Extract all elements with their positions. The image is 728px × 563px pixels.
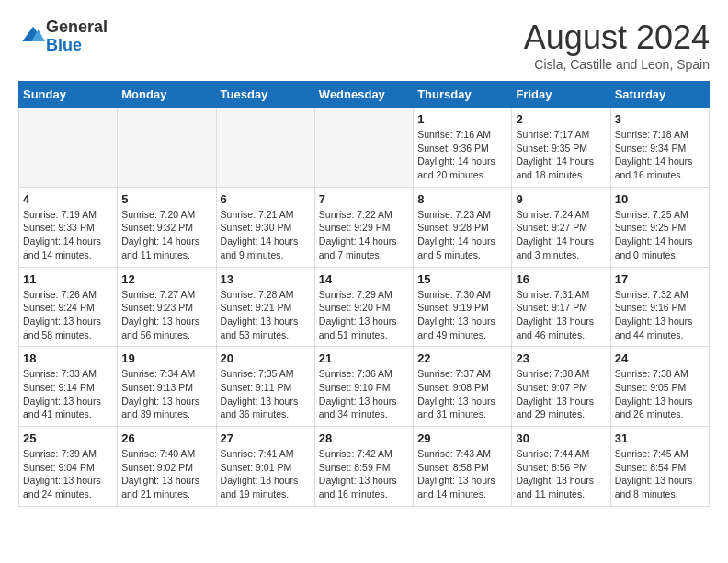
day-info: Sunrise: 7:41 AM Sunset: 9:01 PM Dayligh… (221, 447, 311, 501)
calendar-cell: 15Sunrise: 7:30 AM Sunset: 9:19 PM Dayli… (414, 267, 512, 347)
day-info: Sunrise: 7:16 AM Sunset: 9:36 PM Dayligh… (417, 128, 507, 182)
week-row-3: 11Sunrise: 7:26 AM Sunset: 9:24 PM Dayli… (19, 267, 710, 347)
week-row-4: 18Sunrise: 7:33 AM Sunset: 9:14 PM Dayli… (19, 347, 710, 427)
calendar-cell: 6Sunrise: 7:21 AM Sunset: 9:30 PM Daylig… (216, 187, 314, 267)
day-info: Sunrise: 7:29 AM Sunset: 9:20 PM Dayligh… (319, 288, 409, 342)
calendar-cell (118, 108, 216, 188)
day-info: Sunrise: 7:27 AM Sunset: 9:23 PM Dayligh… (121, 288, 211, 342)
day-number: 24 (615, 351, 705, 365)
day-info: Sunrise: 7:17 AM Sunset: 9:35 PM Dayligh… (516, 128, 606, 182)
calendar-cell: 21Sunrise: 7:36 AM Sunset: 9:10 PM Dayli… (314, 347, 413, 427)
day-number: 7 (319, 192, 409, 206)
day-info: Sunrise: 7:39 AM Sunset: 9:04 PM Dayligh… (23, 447, 113, 501)
day-info: Sunrise: 7:43 AM Sunset: 8:58 PM Dayligh… (417, 447, 507, 501)
logo-text: General Blue (46, 18, 108, 55)
day-info: Sunrise: 7:34 AM Sunset: 9:13 PM Dayligh… (121, 367, 211, 421)
day-number: 21 (319, 351, 409, 365)
logo: General Blue (18, 18, 108, 55)
day-number: 26 (121, 431, 211, 445)
day-number: 1 (417, 112, 507, 126)
calendar-cell: 19Sunrise: 7:34 AM Sunset: 9:13 PM Dayli… (118, 347, 216, 427)
calendar-cell: 7Sunrise: 7:22 AM Sunset: 9:29 PM Daylig… (314, 187, 413, 267)
logo-icon (20, 22, 46, 48)
calendar-cell: 9Sunrise: 7:24 AM Sunset: 9:27 PM Daylig… (512, 187, 610, 267)
days-header-row: SundayMondayTuesdayWednesdayThursdayFrid… (19, 82, 710, 108)
calendar-cell: 8Sunrise: 7:23 AM Sunset: 9:28 PM Daylig… (414, 187, 512, 267)
day-number: 28 (319, 431, 409, 445)
day-number: 9 (516, 192, 606, 206)
day-info: Sunrise: 7:33 AM Sunset: 9:14 PM Dayligh… (23, 367, 113, 421)
day-number: 6 (221, 192, 311, 206)
day-number: 15 (417, 272, 507, 286)
day-number: 30 (516, 431, 606, 445)
calendar-cell: 10Sunrise: 7:25 AM Sunset: 9:25 PM Dayli… (610, 187, 709, 267)
week-row-2: 4Sunrise: 7:19 AM Sunset: 9:33 PM Daylig… (19, 187, 710, 267)
day-number: 2 (516, 112, 606, 126)
calendar-cell: 26Sunrise: 7:40 AM Sunset: 9:02 PM Dayli… (118, 427, 216, 507)
calendar-cell: 16Sunrise: 7:31 AM Sunset: 9:17 PM Dayli… (512, 267, 610, 347)
day-number: 29 (417, 431, 507, 445)
day-info: Sunrise: 7:37 AM Sunset: 9:08 PM Dayligh… (417, 367, 507, 421)
day-info: Sunrise: 7:35 AM Sunset: 9:11 PM Dayligh… (221, 367, 311, 421)
day-header-sunday: Sunday (19, 82, 118, 108)
day-info: Sunrise: 7:26 AM Sunset: 9:24 PM Dayligh… (23, 288, 113, 342)
day-header-friday: Friday (512, 82, 610, 108)
calendar-cell: 29Sunrise: 7:43 AM Sunset: 8:58 PM Dayli… (414, 427, 512, 507)
week-row-1: 1Sunrise: 7:16 AM Sunset: 9:36 PM Daylig… (19, 108, 710, 188)
day-info: Sunrise: 7:30 AM Sunset: 9:19 PM Dayligh… (417, 288, 507, 342)
calendar-cell: 5Sunrise: 7:20 AM Sunset: 9:32 PM Daylig… (118, 187, 216, 267)
calendar-table: SundayMondayTuesdayWednesdayThursdayFrid… (18, 81, 710, 507)
day-number: 13 (221, 272, 311, 286)
calendar-cell: 14Sunrise: 7:29 AM Sunset: 9:20 PM Dayli… (314, 267, 413, 347)
day-number: 23 (516, 351, 606, 365)
day-info: Sunrise: 7:38 AM Sunset: 9:05 PM Dayligh… (615, 367, 705, 421)
day-number: 14 (319, 272, 409, 286)
day-number: 20 (221, 351, 311, 365)
calendar-cell: 27Sunrise: 7:41 AM Sunset: 9:01 PM Dayli… (216, 427, 314, 507)
logo-general: General (46, 17, 108, 36)
day-header-tuesday: Tuesday (216, 82, 314, 108)
day-number: 8 (417, 192, 507, 206)
calendar-cell: 17Sunrise: 7:32 AM Sunset: 9:16 PM Dayli… (610, 267, 709, 347)
calendar-cell: 12Sunrise: 7:27 AM Sunset: 9:23 PM Dayli… (118, 267, 216, 347)
calendar-cell: 30Sunrise: 7:44 AM Sunset: 8:56 PM Dayli… (512, 427, 610, 507)
calendar-cell (314, 108, 413, 188)
day-number: 4 (23, 192, 113, 206)
calendar-cell: 31Sunrise: 7:45 AM Sunset: 8:54 PM Dayli… (610, 427, 709, 507)
day-info: Sunrise: 7:36 AM Sunset: 9:10 PM Dayligh… (319, 367, 409, 421)
calendar-cell: 11Sunrise: 7:26 AM Sunset: 9:24 PM Dayli… (19, 267, 118, 347)
day-number: 22 (417, 351, 507, 365)
day-info: Sunrise: 7:32 AM Sunset: 9:16 PM Dayligh… (615, 288, 705, 342)
day-info: Sunrise: 7:20 AM Sunset: 9:32 PM Dayligh… (121, 208, 211, 262)
day-header-saturday: Saturday (610, 82, 709, 108)
day-info: Sunrise: 7:42 AM Sunset: 8:59 PM Dayligh… (319, 447, 409, 501)
calendar-cell: 24Sunrise: 7:38 AM Sunset: 9:05 PM Dayli… (610, 347, 709, 427)
day-number: 11 (23, 272, 113, 286)
calendar-cell: 25Sunrise: 7:39 AM Sunset: 9:04 PM Dayli… (19, 427, 118, 507)
day-number: 5 (121, 192, 211, 206)
day-info: Sunrise: 7:38 AM Sunset: 9:07 PM Dayligh… (516, 367, 606, 421)
day-info: Sunrise: 7:31 AM Sunset: 9:17 PM Dayligh… (516, 288, 606, 342)
calendar-cell: 28Sunrise: 7:42 AM Sunset: 8:59 PM Dayli… (314, 427, 413, 507)
day-info: Sunrise: 7:18 AM Sunset: 9:34 PM Dayligh… (615, 128, 705, 182)
location-subtitle: Cisla, Castille and Leon, Spain (524, 57, 710, 72)
calendar-cell (216, 108, 314, 188)
day-header-thursday: Thursday (414, 82, 512, 108)
calendar-cell: 1Sunrise: 7:16 AM Sunset: 9:36 PM Daylig… (414, 108, 512, 188)
calendar-cell: 13Sunrise: 7:28 AM Sunset: 9:21 PM Dayli… (216, 267, 314, 347)
calendar-cell: 20Sunrise: 7:35 AM Sunset: 9:11 PM Dayli… (216, 347, 314, 427)
title-area: August 2024 Cisla, Castille and Leon, Sp… (524, 18, 710, 72)
day-number: 31 (615, 431, 705, 445)
day-number: 3 (615, 112, 705, 126)
calendar-cell: 3Sunrise: 7:18 AM Sunset: 9:34 PM Daylig… (610, 108, 709, 188)
day-number: 12 (121, 272, 211, 286)
day-info: Sunrise: 7:24 AM Sunset: 9:27 PM Dayligh… (516, 208, 606, 262)
day-info: Sunrise: 7:22 AM Sunset: 9:29 PM Dayligh… (319, 208, 409, 262)
calendar-cell: 23Sunrise: 7:38 AM Sunset: 9:07 PM Dayli… (512, 347, 610, 427)
logo-blue: Blue (46, 36, 82, 54)
day-info: Sunrise: 7:28 AM Sunset: 9:21 PM Dayligh… (221, 288, 311, 342)
calendar-cell (19, 108, 118, 188)
calendar-cell: 2Sunrise: 7:17 AM Sunset: 9:35 PM Daylig… (512, 108, 610, 188)
day-number: 10 (615, 192, 705, 206)
month-title: August 2024 (524, 18, 710, 57)
